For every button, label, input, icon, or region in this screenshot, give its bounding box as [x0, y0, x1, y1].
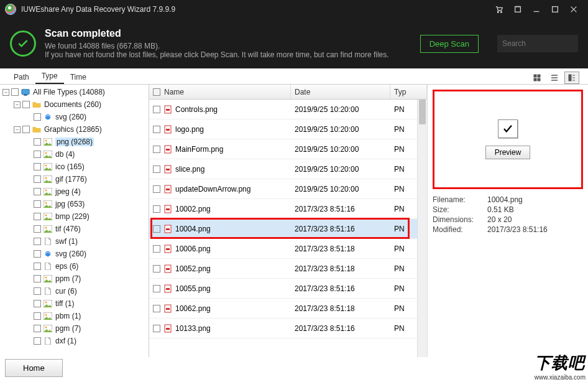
- tree-node[interactable]: swf (1): [2, 235, 146, 248]
- table-row[interactable]: logo.png2019/9/25 10:20:00PN: [149, 119, 427, 139]
- view-list-icon[interactable]: [547, 72, 562, 84]
- search-box[interactable]: [497, 35, 578, 52]
- table-row[interactable]: 10004.png2017/3/23 8:51:16PN: [149, 219, 427, 239]
- row-checkbox[interactable]: [153, 205, 160, 213]
- table-row[interactable]: 10002.png2017/3/23 8:51:16PN: [149, 199, 427, 219]
- tree-checkbox[interactable]: [34, 175, 41, 183]
- minimize-icon[interactable]: [527, 0, 546, 19]
- tree-checkbox[interactable]: [22, 101, 30, 108]
- row-checkbox[interactable]: [153, 305, 160, 312]
- col-name[interactable]: Name: [149, 85, 291, 99]
- tree-checkbox[interactable]: [34, 238, 41, 245]
- tree-node[interactable]: bmp (229): [2, 210, 146, 223]
- pic-icon: [43, 274, 53, 283]
- close-icon[interactable]: [564, 0, 583, 19]
- col-date[interactable]: Date: [291, 85, 390, 99]
- scrollbar-thumb[interactable]: [419, 100, 426, 124]
- table-row[interactable]: 10062.png2017/3/23 8:51:18PN: [149, 299, 427, 319]
- tree-node[interactable]: jpg (653): [2, 198, 146, 210]
- tree-checkbox[interactable]: [34, 113, 41, 121]
- file-date: 2017/3/23 8:51:18: [291, 304, 390, 313]
- tree-checkbox[interactable]: [34, 200, 41, 208]
- table-row[interactable]: 10133.png2017/3/23 8:51:16PN: [149, 319, 427, 338]
- share-icon[interactable]: [508, 0, 527, 19]
- tree-checkbox[interactable]: [34, 138, 41, 146]
- tree-checkbox[interactable]: [34, 213, 41, 220]
- scan-title: Scan completed: [45, 28, 420, 39]
- table-row[interactable]: 10006.png2017/3/23 8:51:18PN: [149, 239, 427, 259]
- tree-node[interactable]: tif (476): [2, 223, 146, 235]
- tree-checkbox[interactable]: [11, 88, 19, 96]
- tree-node[interactable]: pbm (1): [2, 310, 146, 322]
- row-checkbox[interactable]: [153, 185, 160, 193]
- expand-toggle[interactable]: −: [2, 89, 9, 96]
- home-button[interactable]: Home: [5, 359, 63, 377]
- svg-rect-3: [553, 7, 558, 12]
- row-checkbox[interactable]: [153, 325, 160, 332]
- deep-scan-button[interactable]: Deep Scan: [420, 35, 479, 53]
- row-checkbox[interactable]: [153, 106, 160, 113]
- row-checkbox[interactable]: [153, 285, 160, 292]
- col-type[interactable]: Typ: [390, 85, 427, 99]
- search-input[interactable]: [502, 39, 588, 48]
- row-checkbox[interactable]: [153, 165, 160, 173]
- tree-node[interactable]: cur (6): [2, 285, 146, 297]
- tree-node[interactable]: svg (260): [2, 111, 146, 123]
- tree-checkbox[interactable]: [34, 263, 41, 270]
- scrollbar[interactable]: [417, 100, 427, 357]
- tree-node[interactable]: −All File Types (14088): [2, 86, 146, 98]
- tree-checkbox[interactable]: [34, 163, 41, 170]
- tree-checkbox[interactable]: [22, 126, 30, 133]
- table-row[interactable]: updateDownArrow.png2019/9/25 10:20:00PN: [149, 179, 427, 199]
- tree-checkbox[interactable]: [34, 287, 41, 295]
- file-type-tree[interactable]: −All File Types (14088)−Documents (260)s…: [0, 85, 149, 357]
- tree-node[interactable]: −Graphics (12865): [2, 123, 146, 136]
- tree-node[interactable]: pgm (7): [2, 322, 146, 335]
- tree-label: All File Types (14088): [33, 88, 105, 96]
- tree-node[interactable]: ppm (7): [2, 273, 146, 285]
- tree-node[interactable]: −Documents (260): [2, 98, 146, 111]
- table-row[interactable]: 10055.png2017/3/23 8:51:16PN: [149, 279, 427, 299]
- row-checkbox[interactable]: [153, 146, 160, 153]
- tree-node[interactable]: jpeg (4): [2, 185, 146, 198]
- tree-node[interactable]: eps (6): [2, 260, 146, 273]
- expand-toggle[interactable]: −: [14, 101, 21, 108]
- tab-type[interactable]: Type: [35, 69, 64, 84]
- tree-checkbox[interactable]: [34, 337, 41, 345]
- tree-checkbox[interactable]: [34, 312, 41, 320]
- tree-checkbox[interactable]: [34, 250, 41, 258]
- maximize-icon[interactable]: [546, 0, 564, 19]
- view-grid-icon[interactable]: [530, 72, 544, 84]
- cart-icon[interactable]: [490, 0, 508, 19]
- preview-button[interactable]: Preview: [485, 146, 531, 159]
- tree-checkbox[interactable]: [34, 151, 41, 158]
- tree-node[interactable]: gif (1776): [2, 173, 146, 185]
- view-detail-icon[interactable]: [564, 72, 579, 84]
- row-checkbox[interactable]: [153, 126, 160, 133]
- tab-path[interactable]: Path: [7, 70, 35, 84]
- row-checkbox[interactable]: [153, 265, 160, 273]
- select-all-checkbox[interactable]: [153, 88, 160, 96]
- row-checkbox[interactable]: [153, 225, 160, 233]
- tree-node[interactable]: png (9268): [2, 136, 146, 148]
- tree-node[interactable]: db (4): [2, 148, 146, 161]
- expand-toggle[interactable]: −: [14, 126, 21, 133]
- row-checkbox[interactable]: [153, 245, 160, 253]
- view-tabs: Path Type Time: [0, 68, 588, 85]
- table-row[interactable]: 10052.png2017/3/23 8:51:18PN: [149, 259, 427, 279]
- tree-checkbox[interactable]: [34, 300, 41, 307]
- tree-node[interactable]: svg (260): [2, 248, 146, 260]
- tree-node[interactable]: ico (165): [2, 161, 146, 173]
- tree-checkbox[interactable]: [34, 275, 41, 282]
- table-row[interactable]: Controls.png2019/9/25 10:20:00PN: [149, 100, 427, 119]
- tree-node[interactable]: tiff (1): [2, 297, 146, 310]
- expand-toggle: [25, 201, 32, 208]
- table-row[interactable]: slice.png2019/9/25 10:20:00PN: [149, 159, 427, 179]
- tree-node[interactable]: dxf (1): [2, 335, 146, 347]
- scan-summary: We found 14088 files (667.88 MB).: [45, 42, 420, 50]
- tree-checkbox[interactable]: [34, 225, 41, 233]
- tree-checkbox[interactable]: [34, 188, 41, 195]
- tree-checkbox[interactable]: [34, 325, 41, 332]
- table-row[interactable]: MainForm.png2019/9/25 10:20:00PN: [149, 139, 427, 159]
- tab-time[interactable]: Time: [64, 70, 93, 84]
